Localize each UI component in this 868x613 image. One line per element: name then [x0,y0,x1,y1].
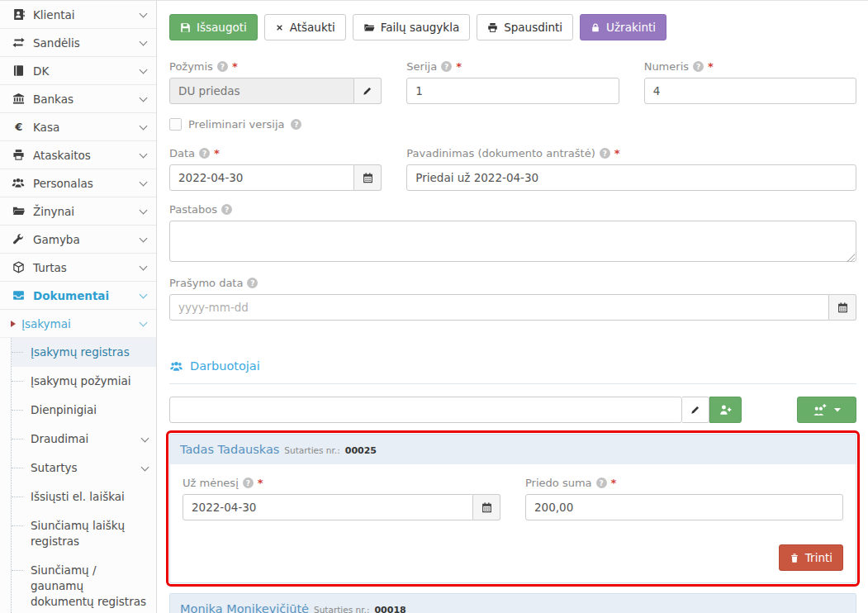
document-form: Požymis Serija Numeris Preliminari versi… [169,60,856,333]
contract-number: 00025 [345,445,377,456]
chevron-down-icon [141,463,149,471]
book-icon [10,64,26,77]
data-input[interactable] [169,164,354,191]
employee-name: Tadas Tadauskas [180,443,279,456]
sidebar-item-turtas[interactable]: Turtas [0,254,156,282]
main-content: Išsaugoti Atšaukti Failų saugykla Spausd… [157,0,868,613]
help-icon[interactable] [243,478,254,488]
address-book-icon [10,8,26,21]
chevron-down-icon [140,318,148,326]
employees-section-title: Darbuotojai [169,359,856,373]
employee-panel-footer: Trinti [170,533,856,582]
help-icon[interactable] [441,61,452,72]
help-icon[interactable] [693,61,704,72]
priedo-suma-field: Priedo suma [525,477,843,520]
sidebar-item-kasa[interactable]: € Kasa [0,113,156,141]
employee-add-row [169,397,856,423]
edit-pozymis-button[interactable] [354,78,382,104]
serija-input[interactable] [406,78,619,104]
toolbar: Išsaugoti Atšaukti Failų saugykla Spausd… [169,14,856,40]
employee-panel-body: Už mėnesį Priedo suma [170,464,856,533]
uz-menesi-calendar-button[interactable] [473,494,500,520]
lock-icon [591,22,600,33]
sidebar-item-sutartys[interactable]: Sutartys [12,454,156,482]
sidebar-item-klientai[interactable]: Klientai [0,1,156,29]
prasymo-data-input[interactable] [169,294,829,321]
sidebar-item-siunciamu-laisku-registras[interactable]: Siunčiamų laiškų registras [12,511,156,556]
sidebar-item-label: DK [33,64,140,78]
contract-number: 00018 [374,605,406,613]
sidebar-item-personalas[interactable]: Personalas [0,169,156,197]
delete-employee-button[interactable]: Trinti [779,544,843,571]
employee-panel-tadas: Tadas Tadauskas Sutarties nr.: 00025 Už … [169,434,856,583]
sidebar-item-issiusti-el-laiskai[interactable]: Išsiųsti el. laiškai [12,482,156,511]
required-asterisk [708,60,714,73]
sidebar-item-zinynai[interactable]: Žinynai [0,197,156,226]
calendar-icon [363,172,373,183]
printer-icon [487,22,498,33]
pavadinimas-input[interactable] [406,164,856,191]
priedo-suma-input[interactable] [525,494,843,520]
save-button[interactable]: Išsaugoti [169,14,258,40]
sidebar-item-isakymai[interactable]: Įsakymai [0,310,156,338]
sidebar-item-bankas[interactable]: Bankas [0,85,156,113]
print-button[interactable]: Spausdinti [477,14,573,40]
sidebar-item-dokumentai[interactable]: Dokumentai [0,282,156,310]
users-icon [169,360,183,373]
lock-button[interactable]: Užrakinti [580,14,666,40]
pozymis-input[interactable] [169,78,354,104]
employee-panel-header[interactable]: Monika Monikevičiūtė Sutarties nr.: 0001… [170,594,856,613]
pozymis-field: Požymis [169,60,382,104]
uz-menesi-input[interactable] [183,494,473,520]
required-asterisk [258,477,263,489]
numeris-input[interactable] [644,78,856,104]
file-storage-button[interactable]: Failų saugykla [353,14,470,40]
numeris-field: Numeris [644,60,856,104]
help-icon[interactable] [199,148,210,159]
help-icon[interactable] [291,119,301,130]
cancel-button[interactable]: Atšaukti [264,14,346,40]
wrench-icon [10,233,26,245]
sidebar-item-label: Žinynai [33,205,140,218]
inbox-icon [10,289,26,302]
contract-label: Sutarties nr.: [314,605,369,613]
sidebar-item-label: Personalas [33,177,140,190]
help-icon[interactable] [600,148,610,159]
caret-down-icon [834,408,841,412]
sidebar-item-siunciamu-gaunamu-registras[interactable]: Siunčiamų / gaunamų dokumentų registras [12,556,156,613]
employee-name: Monika Monikevičiūtė [180,602,309,613]
prasymo-data-calendar-button[interactable] [829,294,856,321]
pastabos-field: Pastabos [169,203,856,264]
sidebar-item-dk[interactable]: DK [0,57,156,85]
chevron-down-icon [140,65,148,74]
help-icon[interactable] [221,204,232,215]
preliminari-versija-checkbox[interactable] [169,118,182,131]
edit-employee-search-button[interactable] [682,397,709,423]
sidebar-item-sandelis[interactable]: Sandėlis [0,29,156,57]
sidebar-item-isakymu-pozymiai[interactable]: Įsakymų požymiai [12,367,156,396]
employee-search-group [169,397,742,423]
sidebar-item-ataskaitos[interactable]: Ataskaitos [0,141,156,169]
save-icon [180,22,191,33]
sidebar-item-label: Kasa [33,121,140,134]
sidebar-item-label: Gamyba [33,233,140,246]
chevron-down-icon [141,434,149,442]
add-employee-button[interactable] [709,397,742,423]
help-icon[interactable] [247,278,258,288]
sidebar-item-isakymu-registras[interactable]: Įsakymų registras [12,338,156,367]
data-calendar-button[interactable] [354,164,382,191]
x-icon [275,23,284,32]
sidebar-item-dienpinigiai[interactable]: Dienpinigiai [12,396,156,425]
employee-panel-header[interactable]: Tadas Tadauskas Sutarties nr.: 00025 [170,435,856,464]
sidebar-item-draudimai[interactable]: Draudimai [12,425,156,454]
chevron-down-icon [140,121,148,130]
chevron-down-icon [140,206,148,214]
add-multiple-employees-button[interactable] [797,397,856,423]
help-icon[interactable] [217,61,228,72]
pastabos-textarea[interactable] [169,221,856,262]
help-icon[interactable] [596,478,607,488]
sidebar-group-label: Įsakymai [21,317,140,330]
exchange-icon [10,36,26,49]
sidebar-item-gamyba[interactable]: Gamyba [0,226,156,254]
employee-search-input[interactable] [169,397,682,423]
